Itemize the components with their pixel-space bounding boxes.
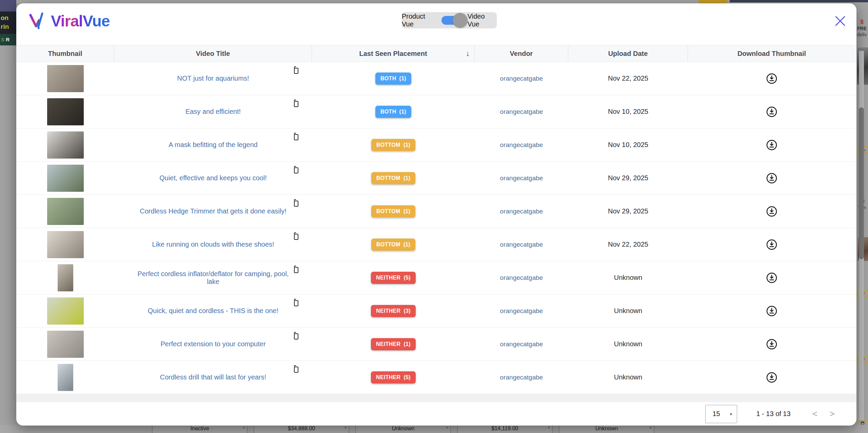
column-label: Last Seen Placement (359, 50, 427, 58)
video-title-link[interactable]: Cordless Hedge Trimmer that gets it done… (119, 207, 307, 215)
next-page-button[interactable]: > (830, 409, 835, 419)
copy-title-button[interactable] (292, 332, 300, 341)
copy-title-button[interactable] (292, 99, 300, 108)
column-header-thumbnail[interactable]: Thumbnail (16, 45, 114, 62)
toggle-knob[interactable] (453, 13, 468, 28)
placement-badge: BOTTOM (1) (371, 239, 415, 251)
copy-title-button[interactable] (292, 298, 300, 307)
column-header-last-seen-placement[interactable]: Last Seen Placement ↓ (312, 45, 475, 62)
copy-icon (292, 132, 300, 141)
background-navy-strip-fragment (730, 0, 868, 2)
modal-header: ViralVue Product Vue Video Vue (16, 3, 856, 45)
previous-page-button[interactable]: < (812, 409, 817, 419)
download-thumbnail-button[interactable] (766, 106, 777, 118)
vendor-link[interactable]: orangecatgabe (500, 374, 543, 381)
placement-cell: NEITHER (3) (312, 294, 475, 327)
copy-title-button[interactable] (292, 365, 300, 374)
vendor-link[interactable]: orangecatgabe (500, 141, 543, 149)
video-title-link[interactable]: Quick, quiet and cordless - THIS is the … (127, 307, 299, 315)
viralvue-logo: ViralVue (28, 12, 110, 30)
page-scrollbar-thumb[interactable] (859, 107, 864, 259)
video-title-link[interactable]: Perfect extension to your computer (140, 340, 286, 348)
upload-date-cell: Nov 29, 2025 (568, 162, 688, 194)
background-yellow-pill-fragment (698, 0, 728, 3)
vendor-link[interactable]: orangecatgabe (500, 174, 543, 182)
download-thumbnail-button[interactable] (766, 73, 777, 84)
table-body[interactable]: NOT just for aquariums! BOTH (1) orangec… (16, 62, 856, 394)
download-thumbnail-button[interactable] (766, 139, 777, 151)
column-header-vendor[interactable]: Vendor (475, 45, 568, 62)
download-cell (688, 328, 855, 360)
copy-title-button[interactable] (292, 265, 300, 274)
copy-title-button[interactable] (292, 232, 300, 241)
video-thumbnail (47, 297, 84, 325)
close-icon (833, 14, 847, 28)
page-size-select[interactable]: 15 ▾ (705, 405, 737, 423)
vendor-link[interactable]: orangecatgabe (500, 274, 543, 282)
close-button[interactable] (833, 14, 848, 28)
thumbnail-cell (16, 195, 114, 228)
download-thumbnail-button[interactable] (766, 305, 777, 317)
upload-date-cell: Unknown (568, 328, 688, 360)
vendor-link[interactable]: orangecatgabe (500, 108, 543, 116)
video-title-link[interactable]: Cordless drill that will last for years! (140, 373, 287, 381)
table-row: Quick, quiet and cordless - THIS is the … (16, 294, 856, 328)
video-thumbnail (47, 165, 84, 192)
download-thumbnail-button[interactable] (766, 206, 777, 217)
view-toggle-switch[interactable] (441, 16, 462, 25)
column-header-download-thumbnail[interactable]: Download Thumbnail (688, 45, 855, 62)
thumbnail-cell (16, 95, 114, 128)
background-fragment-letter: S (1, 37, 4, 42)
upload-date-value: Nov 22, 2025 (608, 75, 648, 82)
video-title-link[interactable]: Easy and efficient! (165, 108, 261, 116)
video-title-cell: Quiet, effective and keeps you cool! (114, 162, 312, 194)
video-title-link[interactable]: A mask befitting of the legend (148, 141, 278, 149)
copy-title-button[interactable] (292, 166, 300, 174)
video-title-link[interactable]: Quiet, effective and keeps you cool! (139, 174, 287, 182)
download-cell (688, 128, 855, 161)
copy-title-button[interactable] (292, 66, 300, 75)
placement-count: (5) (403, 275, 410, 281)
background-cell-value: Unknown (392, 426, 415, 431)
video-thumbnail (58, 364, 73, 391)
column-label: Vendor (510, 50, 533, 58)
download-thumbnail-button[interactable] (766, 372, 777, 383)
download-thumbnail-button[interactable] (766, 239, 777, 250)
download-thumbnail-button[interactable] (766, 338, 777, 350)
sort-arrow-icon[interactable]: ↓ (466, 49, 470, 58)
vendor-link[interactable]: orangecatgabe (500, 341, 543, 348)
viralvue-logo-icon (28, 12, 48, 30)
vendor-link[interactable]: orangecatgabe (500, 307, 543, 315)
copy-title-button[interactable] (292, 199, 300, 208)
background-price-fragment: $ (856, 19, 868, 25)
background-text-fragment: on rin (0, 12, 16, 34)
vendor-cell: orangecatgabe (475, 95, 568, 128)
placement-count: (1) (403, 208, 410, 214)
download-icon (766, 305, 777, 317)
video-title-cell: Easy and efficient! (114, 95, 312, 128)
placement-cell: NEITHER (5) (312, 361, 475, 394)
vendor-link[interactable]: orangecatgabe (500, 208, 543, 215)
background-text-fragment: S R (0, 34, 16, 45)
vendor-link[interactable]: orangecatgabe (500, 75, 543, 82)
upload-date-cell: Nov 29, 2025 (568, 195, 688, 228)
video-title-link[interactable]: Like running on clouds with these shoes! (132, 241, 294, 248)
upload-date-cell: Nov 22, 2025 (568, 62, 688, 95)
download-thumbnail-button[interactable] (766, 272, 777, 284)
vendor-link[interactable]: orangecatgabe (500, 241, 543, 248)
column-header-video-title[interactable]: Video Title (114, 45, 312, 62)
placement-count: (1) (403, 341, 410, 347)
column-header-upload-date[interactable]: Upload Date (568, 45, 688, 62)
placement-badge: BOTH (1) (375, 73, 411, 85)
video-title-link[interactable]: Perfect cordless inflator/deflator for c… (114, 270, 312, 286)
upload-date-value: Nov 29, 2025 (608, 207, 648, 215)
placement-count: (1) (403, 242, 410, 248)
download-thumbnail-button[interactable] (766, 172, 777, 184)
placement-cell: BOTTOM (1) (312, 195, 475, 228)
copy-title-button[interactable] (292, 132, 300, 141)
video-thumbnail (47, 331, 84, 358)
background-cell-value: Unknown (595, 426, 618, 431)
video-title-link[interactable]: NOT just for aquariums! (157, 75, 270, 82)
placement-count: (1) (399, 109, 406, 115)
thumbnail-cell (16, 128, 114, 161)
